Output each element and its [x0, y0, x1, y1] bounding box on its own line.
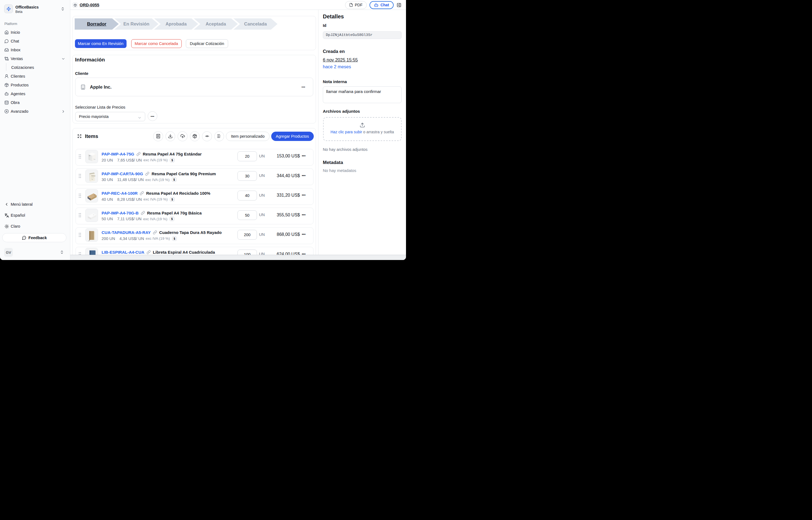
svg-text:PREMIUM: PREMIUM	[91, 176, 95, 177]
svg-text:A4: A4	[89, 155, 91, 156]
svg-text:A4: A4	[89, 197, 90, 198]
svg-text:75g: 75g	[93, 158, 95, 160]
svg-text:90g: 90g	[92, 179, 93, 180]
